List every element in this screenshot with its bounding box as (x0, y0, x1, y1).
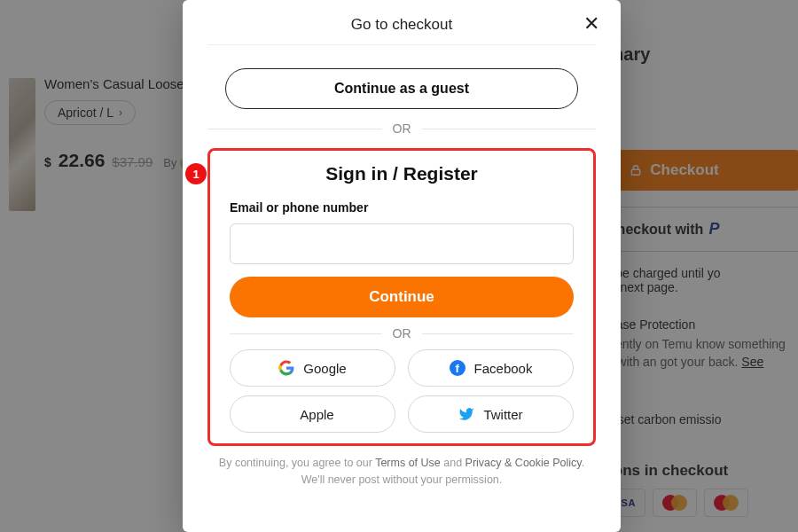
facebook-icon: f (450, 360, 466, 376)
twitter-icon (458, 406, 474, 422)
modal-title: Go to checkout (207, 16, 596, 34)
signin-title: Sign in / Register (230, 163, 574, 184)
privacy-policy-link[interactable]: Privacy & Cookie Policy (466, 457, 582, 469)
facebook-login-button[interactable]: f Facebook (408, 349, 574, 387)
modal-header: Go to checkout ✕ (207, 0, 596, 45)
close-icon[interactable]: ✕ (583, 14, 599, 34)
google-icon (278, 360, 294, 376)
social-login-grid: Google f Facebook Apple Twitter (230, 349, 574, 433)
google-login-button[interactable]: Google (230, 349, 395, 387)
callout-badge: 1 (185, 163, 207, 184)
email-phone-label: Email or phone number (230, 200, 574, 215)
email-phone-input[interactable] (230, 223, 574, 264)
continue-as-guest-button[interactable]: Continue as a guest (225, 68, 578, 109)
or-separator: OR (230, 326, 574, 340)
legal-text: By continuing, you agree to our Terms of… (207, 455, 596, 489)
apple-login-button[interactable]: Apple (230, 395, 395, 433)
signin-register-panel: 1 Sign in / Register Email or phone numb… (207, 148, 596, 446)
twitter-login-button[interactable]: Twitter (408, 395, 574, 433)
or-separator: OR (207, 121, 596, 136)
checkout-modal: Go to checkout ✕ Continue as a guest OR … (183, 0, 621, 532)
continue-button[interactable]: Continue (230, 277, 574, 317)
terms-of-use-link[interactable]: Terms of Use (375, 457, 441, 469)
